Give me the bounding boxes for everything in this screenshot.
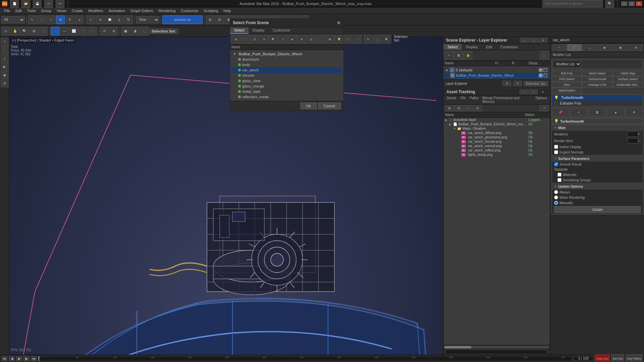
zoom-extents-btn[interactable]: ⊞ xyxy=(30,27,38,36)
at-row-maps-folder[interactable]: ▼ 📁 Maps / Shaders xyxy=(444,126,550,131)
at-btn3[interactable]: ⬚ xyxy=(464,105,473,111)
mod-btn-turbosmooth[interactable]: TurboSmooth xyxy=(582,76,612,82)
sfs-filter3-btn[interactable]: ⊕ xyxy=(297,35,306,44)
motion-tab[interactable]: ▶ xyxy=(1,63,9,71)
sfs-sync-btn[interactable]: ⟳ xyxy=(260,35,268,44)
ts-smoothing-groups-checkbox[interactable] xyxy=(557,178,561,182)
mod-btn-slice[interactable]: Slice xyxy=(552,82,582,87)
lasso-btn[interactable]: ◊ xyxy=(47,15,55,24)
ts-materials-checkbox[interactable] xyxy=(557,173,561,177)
timeline-slider[interactable]: 0 50 100 150 200 250 300 350 400 450 500… xyxy=(38,356,572,361)
at-row-lightsbump[interactable]: P lights_bump.png Ok xyxy=(444,153,550,157)
mod-btn-renderable-spline[interactable]: renderable Spli... xyxy=(613,82,643,87)
hierarchy-tab[interactable]: ⊥ xyxy=(1,54,9,62)
utilities-tab[interactable]: ⚙ xyxy=(1,79,9,87)
sfs-item-body[interactable]: body xyxy=(231,62,342,67)
at-menu-options[interactable]: Options xyxy=(534,96,548,104)
go-end-btn[interactable]: ⏭ xyxy=(31,356,37,361)
close-button[interactable]: ✕ xyxy=(636,1,642,6)
obj-visibility-icon[interactable]: 👁 xyxy=(539,73,543,77)
loop-btn[interactable]: ↺ xyxy=(100,27,109,36)
search-input[interactable] xyxy=(542,0,603,7)
border-btn[interactable]: ⬜ xyxy=(69,27,78,36)
mod-move-up-btn[interactable]: ▲ xyxy=(607,108,625,117)
rs-scrollbar[interactable] xyxy=(551,215,644,355)
rs-tab-hierarchy[interactable]: ⊥ xyxy=(582,44,597,51)
at-row-maxfile[interactable]: ▶ 📄 Bullbar_Push_Bumper_Electric_Winch_m… xyxy=(444,122,550,126)
sfs-find2-btn[interactable]: 🔍 xyxy=(382,35,391,44)
rs-tab-display[interactable]: ◉ xyxy=(613,44,628,51)
at-restore-btn[interactable]: □ xyxy=(529,89,538,94)
minimize-button[interactable]: ─ xyxy=(621,1,627,6)
ts-iterations-input[interactable] xyxy=(627,131,641,137)
polygon-btn[interactable]: ⬛ xyxy=(79,27,88,36)
rs-tab-create[interactable]: + xyxy=(551,44,567,51)
sfs-item-metal-dark[interactable]: metal_dark xyxy=(231,89,342,94)
at-menu-paths[interactable]: Paths xyxy=(469,96,480,104)
mod-delete-btn[interactable]: 🗑 xyxy=(589,108,606,117)
mod-btn-uww-map[interactable]: UWW Map xyxy=(613,71,643,76)
at-row-normal[interactable]: P car_winch_normal.png Ok xyxy=(444,144,550,148)
se-tab-edit[interactable]: Edit xyxy=(482,44,496,50)
se-tab-customize[interactable]: Customize xyxy=(496,44,522,50)
menu-graph-editors[interactable]: Graph Editors xyxy=(128,8,156,13)
se-minimize-btn[interactable]: ─ xyxy=(520,38,529,43)
set-key-btn[interactable]: Set Key xyxy=(611,354,625,362)
percent-snap-btn[interactable]: % xyxy=(124,15,133,24)
next-frame-btn[interactable]: ▶ xyxy=(23,356,30,361)
at-menu-file[interactable]: File xyxy=(459,96,467,104)
select-region-btn[interactable]: ⬚ xyxy=(37,15,46,24)
mod-btn-unwrap-uvw[interactable]: Unwrap UVW xyxy=(582,82,612,87)
at-row-reflect[interactable]: P car_winch_reflect.png Ok xyxy=(444,148,550,153)
sfs-item-glass-clear[interactable]: glass_clear xyxy=(231,78,342,83)
array-btn[interactable]: ⊟ xyxy=(215,15,224,24)
se-add-btn[interactable]: + xyxy=(445,51,453,60)
se-close-btn[interactable]: ✕ xyxy=(539,38,547,43)
undo-btn[interactable]: ↩ xyxy=(44,0,53,8)
sfs-tab-display[interactable]: Display xyxy=(249,27,269,34)
sfs-filter2-btn[interactable]: ◈ xyxy=(288,35,297,44)
at-help-btn[interactable]: ? xyxy=(540,105,548,111)
ts-smooth-result-checkbox[interactable] xyxy=(554,162,558,166)
mod-stack-item-turbosmooth[interactable]: 💡 TurboSmooth xyxy=(552,95,643,101)
maximize-viewport-btn[interactable]: ⬛ xyxy=(39,27,48,36)
mod-btn-mesh-select[interactable]: Mesh Select xyxy=(582,71,612,76)
open-btn[interactable]: 📂 xyxy=(21,0,30,8)
sfs-sort-btn[interactable]: ⬚ xyxy=(373,35,382,44)
arc-rotate-btn[interactable]: ⊙ xyxy=(1,27,10,36)
menu-modifiers[interactable]: Modifiers xyxy=(86,8,106,13)
sfs-ok-button[interactable]: Ok xyxy=(301,103,317,109)
sfs-close-button[interactable]: ✕ xyxy=(337,20,341,25)
sfs-select-all-btn[interactable]: ⊞ xyxy=(231,35,240,44)
mod-btn-edit-poly[interactable]: Edit Poly xyxy=(552,71,582,76)
sfs-more-btn[interactable]: ⋯ xyxy=(354,35,362,44)
viewport-3d[interactable]: X Y Z [+] [Perspective] | Shaded + Edged… xyxy=(9,37,443,355)
ring-btn[interactable]: ⊚ xyxy=(109,27,118,36)
sfs-filter1-btn[interactable]: ⬡ xyxy=(278,35,287,44)
at-scroll-track[interactable] xyxy=(444,346,549,349)
obj-render-icon[interactable]: ⬛ xyxy=(543,73,547,77)
sfs-invert-btn[interactable]: ⊡ xyxy=(250,35,259,44)
at-search-input[interactable] xyxy=(445,350,547,354)
zoom-btn[interactable]: 🔍 xyxy=(20,27,29,36)
restore-button[interactable]: □ xyxy=(629,1,635,6)
sfs-filter7-btn[interactable]: 💡 xyxy=(335,35,343,44)
modifier-dropdown[interactable]: Modifier List xyxy=(553,60,581,68)
auto-key-btn[interactable]: Auto Key xyxy=(595,354,610,362)
edge-btn[interactable]: — xyxy=(60,27,69,36)
at-row-diffuse[interactable]: P car_winch_diffuse.png Ok xyxy=(444,131,550,135)
se-tab-display[interactable]: Display xyxy=(462,44,482,50)
viewport-shading-dropdown[interactable]: View xyxy=(136,16,159,23)
sfs-find-btn[interactable]: 🔍 xyxy=(269,35,278,44)
mod-move-down-btn[interactable]: ▼ xyxy=(625,108,643,117)
sfs-close-x-btn[interactable]: ✕ xyxy=(364,35,372,44)
sfs-filter5-btn[interactable]: ⬛ xyxy=(316,35,325,44)
create-tab[interactable]: + xyxy=(1,38,9,46)
shaded-btn[interactable]: ◑ xyxy=(130,27,139,36)
mod-stack-item-editable-poly[interactable]: ⬡ Editable Poly xyxy=(552,101,643,106)
sfs-item-chrome[interactable]: chrome xyxy=(231,73,342,78)
key-filters-btn[interactable]: Key Filters xyxy=(626,354,643,362)
snap-btn[interactable]: 🔲 xyxy=(105,15,114,24)
mod-btn-spline-select[interactable]: SplineSelect xyxy=(552,88,582,93)
new-btn[interactable]: 📄 xyxy=(10,0,19,8)
